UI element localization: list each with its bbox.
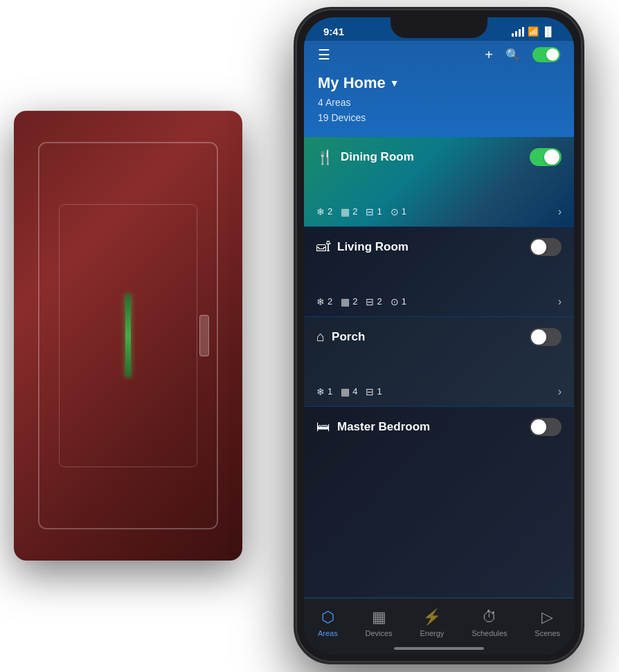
switch-handle xyxy=(199,315,209,356)
room-content-living: 🛋 Living Room ❄ 2 xyxy=(304,227,574,316)
nav-devices[interactable]: ▦ Devices xyxy=(359,606,397,640)
porch-dimmer-count: ⊟ 1 xyxy=(366,386,382,397)
camera-icon-2: ⊙ xyxy=(391,296,399,307)
living-fan-count: ❄ 2 xyxy=(316,296,332,307)
header-top: ☰ + 🔍 xyxy=(318,46,560,63)
areas-nav-icon: ⬡ xyxy=(321,608,334,626)
living-room-name: Living Room xyxy=(337,240,409,254)
porch-devices-icons: ❄ 1 ▦ 4 ⊟ 1 xyxy=(316,386,382,397)
nav-energy[interactable]: ⚡ Energy xyxy=(414,606,449,640)
living-camera-count: ⊙ 1 xyxy=(391,296,406,307)
room-header-bedroom: 🛏 Master Bedroom xyxy=(316,418,562,436)
porch-room-toggle[interactable] xyxy=(530,328,562,346)
fan-icon: ❄ xyxy=(316,206,325,217)
camera-icon: ⊙ xyxy=(391,206,399,217)
dining-dimmer-count: ⊟ 1 xyxy=(366,206,382,217)
light-icon-2: ▦ xyxy=(341,296,350,307)
schedules-nav-label: Schedules xyxy=(472,629,507,637)
fan-icon-2: ❄ xyxy=(316,296,325,307)
header-actions: + 🔍 xyxy=(485,47,560,63)
dining-fan-count: ❄ 2 xyxy=(316,206,332,217)
phone-screen: 9:41 📶 ▐▌ ☰ + xyxy=(304,17,574,654)
dimmer-icon: ⊟ xyxy=(366,206,374,217)
status-icons: 📶 ▐▌ xyxy=(512,26,555,37)
home-title: My Home xyxy=(318,74,386,92)
fan-icon-3: ❄ xyxy=(316,386,325,397)
add-icon[interactable]: + xyxy=(485,47,493,63)
rooms-list: 🍴 Dining Room ❄ 2 xyxy=(304,137,574,598)
room-devices-row-dining: ❄ 2 ▦ 2 ⊟ 1 xyxy=(316,206,562,218)
room-name-row-bedroom: 🛏 Master Bedroom xyxy=(316,419,430,435)
room-header-porch: ⌂ Porch xyxy=(316,328,562,346)
porch-room-icon: ⌂ xyxy=(316,329,325,345)
light-icon: ▦ xyxy=(341,206,350,217)
room-name-row-living: 🛋 Living Room xyxy=(316,239,409,255)
phone-wrapper: 9:41 📶 ▐▌ ☰ + xyxy=(294,7,584,664)
nav-areas[interactable]: ⬡ Areas xyxy=(312,606,343,640)
header-toggle[interactable] xyxy=(532,47,560,62)
dining-devices-icons: ❄ 2 ▦ 2 ⊟ 1 xyxy=(316,206,406,217)
room-content-porch: ⌂ Porch ❄ 1 xyxy=(304,317,574,406)
dining-room-name: Dining Room xyxy=(341,150,414,164)
wifi-icon: 📶 xyxy=(528,26,539,37)
switch-device xyxy=(14,111,242,561)
porch-light-count: ▦ 4 xyxy=(341,386,357,397)
bedroom-toggle-knob xyxy=(531,419,546,435)
light-icon-3: ▦ xyxy=(341,386,350,397)
signal-icon xyxy=(512,27,524,37)
dining-toggle-knob xyxy=(544,149,559,165)
living-room-toggle[interactable] xyxy=(530,238,562,256)
dimmer-icon-3: ⊟ xyxy=(366,386,374,397)
room-card-dining[interactable]: 🍴 Dining Room ❄ 2 xyxy=(304,137,574,227)
room-name-row-porch: ⌂ Porch xyxy=(316,329,365,345)
porch-chevron: › xyxy=(558,385,562,398)
room-card-porch[interactable]: ⌂ Porch ❄ 1 xyxy=(304,317,574,407)
room-header-living: 🛋 Living Room xyxy=(316,238,562,256)
dining-room-toggle[interactable] xyxy=(530,148,562,166)
menu-icon[interactable]: ☰ xyxy=(318,46,330,63)
nav-scenes[interactable]: ▷ Scenes xyxy=(529,606,566,640)
areas-nav-label: Areas xyxy=(318,629,338,637)
header-toggle-knob xyxy=(546,48,559,61)
dropdown-arrow[interactable]: ▼ xyxy=(390,78,400,89)
switch-led-bar xyxy=(125,294,131,377)
room-card-bedroom[interactable]: 🛏 Master Bedroom xyxy=(304,407,574,598)
room-devices-row-living: ❄ 2 ▦ 2 ⊟ 2 xyxy=(316,296,562,308)
room-content-bedroom: 🛏 Master Bedroom xyxy=(304,407,574,597)
porch-toggle-knob xyxy=(531,329,546,345)
room-content-dining: 🍴 Dining Room ❄ 2 xyxy=(304,137,574,226)
energy-nav-icon: ⚡ xyxy=(422,608,441,626)
dining-light-count: ▦ 2 xyxy=(341,206,357,217)
nav-schedules[interactable]: ⏱ Schedules xyxy=(466,606,512,640)
living-devices-icons: ❄ 2 ▦ 2 ⊟ 2 xyxy=(316,296,406,307)
dining-dimmer-num: 1 xyxy=(377,206,382,217)
home-devices: 19 Devices xyxy=(318,110,560,125)
home-areas: 4 Areas xyxy=(318,95,560,110)
living-light-count: ▦ 2 xyxy=(341,296,357,307)
scenes-nav-icon: ▷ xyxy=(541,608,553,626)
bedroom-room-toggle[interactable] xyxy=(530,418,562,436)
switch-panel xyxy=(59,204,197,467)
phone-body: 9:41 📶 ▐▌ ☰ + xyxy=(294,7,584,664)
room-name-row-dining: 🍴 Dining Room xyxy=(316,149,414,165)
switch-inner xyxy=(38,142,218,529)
room-card-living[interactable]: 🛋 Living Room ❄ 2 xyxy=(304,227,574,317)
dining-room-icon: 🍴 xyxy=(316,149,334,165)
dining-chevron: › xyxy=(558,206,562,218)
battery-icon: ▐▌ xyxy=(542,26,555,37)
bedroom-room-name: Master Bedroom xyxy=(337,420,430,434)
home-indicator xyxy=(394,647,484,650)
room-header-dining: 🍴 Dining Room xyxy=(316,148,562,166)
schedules-nav-icon: ⏱ xyxy=(482,608,497,626)
search-icon[interactable]: 🔍 xyxy=(505,48,520,62)
devices-nav-label: Devices xyxy=(365,629,392,637)
bedroom-room-icon: 🛏 xyxy=(316,419,330,435)
status-time: 9:41 xyxy=(323,26,344,37)
living-dimmer-count: ⊟ 2 xyxy=(366,296,382,307)
porch-fan-count: ❄ 1 xyxy=(316,386,332,397)
home-title-row: My Home ▼ xyxy=(318,74,560,92)
room-devices-row-porch: ❄ 1 ▦ 4 ⊟ 1 xyxy=(316,385,562,398)
dining-camera-num: 1 xyxy=(402,206,406,217)
dining-light-num: 2 xyxy=(352,206,357,217)
bottom-nav: ⬡ Areas ▦ Devices ⚡ Energy ⏱ Schedules ▷ xyxy=(304,598,574,654)
